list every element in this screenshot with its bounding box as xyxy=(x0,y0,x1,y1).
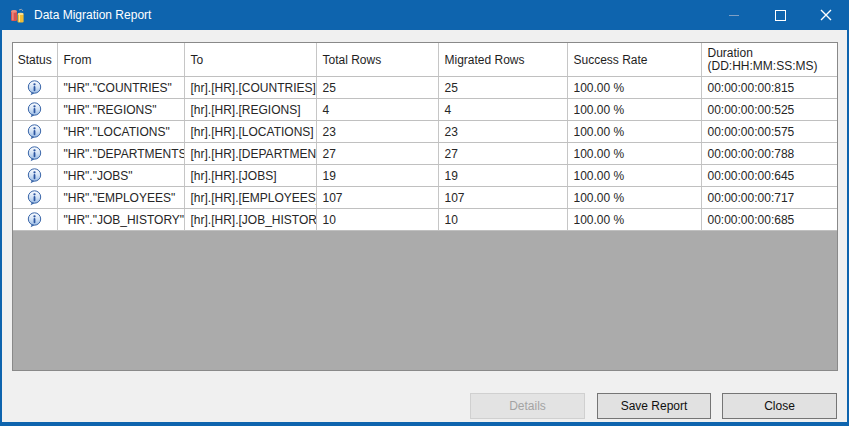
total-rows-cell: 23 xyxy=(316,121,438,143)
from-cell: "HR"."JOBS" xyxy=(57,165,184,187)
titlebar: Data Migration Report xyxy=(0,0,849,30)
minimize-button xyxy=(711,0,757,30)
migrated-rows-cell: 4 xyxy=(438,99,567,121)
success-rate-cell: 100.00 % xyxy=(567,187,701,209)
report-rows: "HR"."COUNTRIES"[hr].[HR].[COUNTRIES]252… xyxy=(13,77,837,231)
status-cell xyxy=(13,143,57,165)
info-icon xyxy=(27,212,42,228)
migrated-rows-cell: 19 xyxy=(438,165,567,187)
table-row[interactable]: "HR"."JOB_HISTORY"[hr].[HR].[JOB_HISTORY… xyxy=(13,209,837,231)
total-rows-cell: 10 xyxy=(316,209,438,231)
header-row: Status From To Total Rows Migrated Rows … xyxy=(13,43,837,77)
table-row[interactable]: "HR"."DEPARTMENTS"[hr].[HR].[DEPARTMENTS… xyxy=(13,143,837,165)
migrated-rows-cell: 23 xyxy=(438,121,567,143)
status-cell xyxy=(13,165,57,187)
duration-cell: 00:00:00:00:717 xyxy=(701,187,837,209)
database-migration-icon xyxy=(9,7,26,24)
success-rate-cell: 100.00 % xyxy=(567,143,701,165)
info-icon xyxy=(27,124,42,140)
column-header-success-rate[interactable]: Success Rate xyxy=(567,43,701,77)
table-row[interactable]: "HR"."EMPLOYEES"[hr].[HR].[EMPLOYEES]107… xyxy=(13,187,837,209)
success-rate-cell: 100.00 % xyxy=(567,165,701,187)
duration-cell: 00:00:00:00:525 xyxy=(701,99,837,121)
window-border-left xyxy=(0,30,2,426)
duration-cell: 00:00:00:00:575 xyxy=(701,121,837,143)
duration-cell: 00:00:00:00:645 xyxy=(701,165,837,187)
info-icon xyxy=(27,146,42,162)
report-table: Status From To Total Rows Migrated Rows … xyxy=(13,43,837,231)
maximize-icon xyxy=(775,10,786,21)
status-cell xyxy=(13,99,57,121)
migrated-rows-cell: 10 xyxy=(438,209,567,231)
to-cell: [hr].[HR].[EMPLOYEES] xyxy=(184,187,316,209)
to-cell: [hr].[HR].[JOBS] xyxy=(184,165,316,187)
table-row[interactable]: "HR"."LOCATIONS"[hr].[HR].[LOCATIONS]232… xyxy=(13,121,837,143)
duration-cell: 00:00:00:00:685 xyxy=(701,209,837,231)
info-icon xyxy=(27,80,42,96)
close-button[interactable] xyxy=(803,0,849,30)
info-icon xyxy=(27,102,42,118)
from-cell: "HR"."COUNTRIES" xyxy=(57,77,184,99)
status-cell xyxy=(13,209,57,231)
column-header-status[interactable]: Status xyxy=(13,43,57,77)
to-cell: [hr].[HR].[COUNTRIES] xyxy=(184,77,316,99)
close-icon xyxy=(820,9,832,21)
minimize-icon xyxy=(729,15,739,16)
duration-header-line1: Duration xyxy=(708,47,836,60)
column-header-total-rows[interactable]: Total Rows xyxy=(316,43,438,77)
to-cell: [hr].[HR].[DEPARTMENTS] xyxy=(184,143,316,165)
window-title: Data Migration Report xyxy=(34,8,151,22)
success-rate-cell: 100.00 % xyxy=(567,121,701,143)
migrated-rows-cell: 25 xyxy=(438,77,567,99)
to-cell: [hr].[HR].[JOB_HISTORY] xyxy=(184,209,316,231)
from-cell: "HR"."LOCATIONS" xyxy=(57,121,184,143)
maximize-button[interactable] xyxy=(757,0,803,30)
total-rows-cell: 4 xyxy=(316,99,438,121)
total-rows-cell: 25 xyxy=(316,77,438,99)
to-cell: [hr].[HR].[LOCATIONS] xyxy=(184,121,316,143)
details-button: Details xyxy=(470,393,585,419)
close-dialog-button[interactable]: Close xyxy=(722,393,837,419)
duration-cell: 00:00:00:00:815 xyxy=(701,77,837,99)
status-cell xyxy=(13,77,57,99)
success-rate-cell: 100.00 % xyxy=(567,77,701,99)
status-cell xyxy=(13,187,57,209)
duration-cell: 00:00:00:00:788 xyxy=(701,143,837,165)
column-header-duration[interactable]: Duration (DD:HH:MM:SS:MS) xyxy=(701,43,837,77)
duration-header-line2: (DD:HH:MM:SS:MS) xyxy=(708,60,836,73)
to-cell: [hr].[HR].[REGIONS] xyxy=(184,99,316,121)
from-cell: "HR"."DEPARTMENTS" xyxy=(57,143,184,165)
from-cell: "HR"."REGIONS" xyxy=(57,99,184,121)
from-cell: "HR"."JOB_HISTORY" xyxy=(57,209,184,231)
table-row[interactable]: "HR"."JOBS"[hr].[HR].[JOBS]1919100.00 %0… xyxy=(13,165,837,187)
caption-buttons xyxy=(711,0,849,30)
column-header-from[interactable]: From xyxy=(57,43,184,77)
total-rows-cell: 19 xyxy=(316,165,438,187)
table-row[interactable]: "HR"."REGIONS"[hr].[HR].[REGIONS]44100.0… xyxy=(13,99,837,121)
total-rows-cell: 27 xyxy=(316,143,438,165)
migrated-rows-cell: 27 xyxy=(438,143,567,165)
column-header-to[interactable]: To xyxy=(184,43,316,77)
migration-report-grid: Status From To Total Rows Migrated Rows … xyxy=(12,42,838,371)
save-report-button[interactable]: Save Report xyxy=(597,393,711,419)
data-migration-report-window: Data Migration Report xyxy=(0,0,849,426)
info-icon xyxy=(27,168,42,184)
success-rate-cell: 100.00 % xyxy=(567,209,701,231)
success-rate-cell: 100.00 % xyxy=(567,99,701,121)
total-rows-cell: 107 xyxy=(316,187,438,209)
table-row[interactable]: "HR"."COUNTRIES"[hr].[HR].[COUNTRIES]252… xyxy=(13,77,837,99)
status-cell xyxy=(13,121,57,143)
migrated-rows-cell: 107 xyxy=(438,187,567,209)
window-border-bottom xyxy=(0,422,849,426)
info-icon xyxy=(27,190,42,206)
column-header-migrated-rows[interactable]: Migrated Rows xyxy=(438,43,567,77)
from-cell: "HR"."EMPLOYEES" xyxy=(57,187,184,209)
